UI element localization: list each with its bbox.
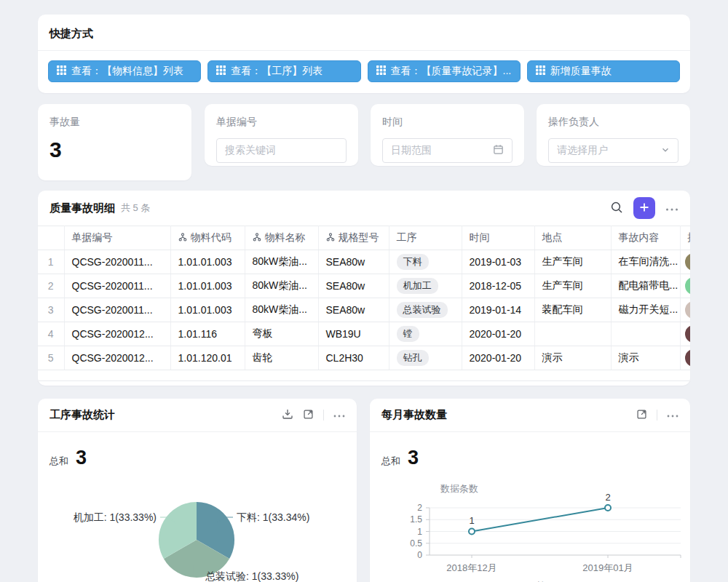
data-point-jan-2019[interactable]: [605, 505, 611, 511]
cell-doc-no: QCSG-2020011...: [64, 298, 170, 322]
line-card-title: 每月事故数量: [381, 408, 447, 422]
doc-no-search-input[interactable]: 搜索关键词: [216, 138, 347, 163]
cell-content: 演示: [611, 346, 680, 370]
cell-spec: WB19U: [318, 322, 389, 346]
shortcuts-card: 快捷方式 查看：【物料信息】列表 查看：【工序】列表 查看：【质量事故记录】..…: [38, 15, 690, 93]
cell-operator: [680, 322, 690, 346]
cell-operator: [680, 346, 690, 370]
export-button[interactable]: [282, 408, 293, 422]
table-empty-row: [38, 370, 690, 381]
col-rownum: [38, 226, 64, 250]
cell-spec: SEA80w: [318, 274, 389, 298]
pie-label-zongzhuang: 总装试验: 1(33.33%): [205, 570, 298, 582]
expand-button[interactable]: [636, 409, 647, 422]
table-row[interactable]: 2 QCSG-2020011... 1.01.01.003 80kW柴油... …: [38, 274, 690, 298]
add-quality-accident-button[interactable]: 新增质量事故: [527, 60, 680, 82]
cell-process: 钻孔: [389, 346, 462, 370]
col-spec-model[interactable]: 规格型号: [318, 226, 389, 250]
cell-spec: SEA80w: [318, 250, 389, 274]
cell-operator: [680, 250, 690, 274]
cell-operator: [680, 298, 690, 322]
operator-select[interactable]: 请选择用户: [548, 138, 678, 163]
cell-place: [534, 322, 611, 346]
table-row[interactable]: 4 QCSG-2020012... 1.01.116 弯板 WB19U 镗 20…: [38, 322, 690, 346]
pie-total-label: 总和: [50, 455, 68, 468]
col-material-name[interactable]: 物料名称: [245, 226, 318, 250]
expand-icon: [303, 409, 314, 422]
col-time[interactable]: 时间: [462, 226, 534, 250]
avatar: [685, 325, 691, 343]
add-record-button[interactable]: [633, 197, 655, 219]
x-tick-dec-2018: 2018年12月: [446, 562, 496, 573]
avatar: [685, 301, 691, 319]
process-pie-chart: 下料: 1(33.34%) 机加工: 1(33.33%) 总装试验: 1(33.…: [38, 471, 357, 582]
more-options-button[interactable]: [667, 410, 678, 420]
col-material-code[interactable]: 物料代码: [170, 226, 245, 250]
search-icon: [610, 201, 623, 216]
pie-total-value: 3: [76, 447, 87, 469]
process-tag: 镗: [397, 326, 419, 342]
y-tick-0: 0: [417, 550, 422, 560]
monthly-line-chart: 数据条数 2 1.5 1 0.5 0 1 2 2018年12月 2019年01月…: [370, 471, 690, 582]
view-quality-accident-records-button[interactable]: 查看：【质量事故记录】...: [368, 60, 521, 82]
cell-place: 演示: [534, 346, 611, 370]
data-point-dec-2018[interactable]: [469, 529, 475, 535]
expand-icon: [636, 409, 647, 422]
cell-place: 生产车间: [534, 250, 611, 274]
download-icon: [282, 408, 293, 422]
process-accident-stats-card: 工序事故统计 总和 3 下料: 1(33.34%) 机加工: 1(33.33%)…: [38, 399, 357, 582]
date-range-input[interactable]: 日期范围: [382, 138, 513, 163]
cell-process: 机加工: [389, 274, 462, 298]
search-button[interactable]: [610, 201, 623, 216]
avatar: [685, 277, 691, 295]
operator-label: 操作负责人: [548, 116, 678, 129]
grid-icon: [57, 65, 66, 77]
table-row-count: 共 5 条: [121, 202, 150, 215]
accident-count-label: 事故量: [50, 116, 180, 129]
col-place[interactable]: 地点: [534, 226, 611, 250]
cell-material-code: 1.01.01.003: [170, 274, 245, 298]
col-process[interactable]: 工序: [389, 226, 462, 250]
y-tick-0-5: 0.5: [410, 538, 422, 549]
table-title: 质量事故明细: [50, 202, 115, 215]
cell-material-name: 弯板: [245, 322, 318, 346]
cell-material-name: 齿轮: [245, 346, 318, 370]
time-label: 时间: [382, 116, 513, 129]
relation-icon: [178, 232, 187, 244]
quality-accident-table: 单据编号 物料代码 物料名称 规格型号 工序 时间 地点 事故内容 操作负责人 …: [38, 226, 690, 381]
y-tick-1: 1: [417, 527, 422, 537]
cell-time: 2018-12-05: [462, 274, 534, 298]
ellipsis-icon: [665, 203, 678, 214]
cell-time: 2019-01-03: [462, 250, 534, 274]
cell-content: [611, 322, 680, 346]
cell-doc-no: QCSG-2020012...: [64, 322, 170, 346]
relation-icon: [326, 232, 335, 244]
divider: [657, 410, 657, 420]
table-row[interactable]: 1 QCSG-2020011... 1.01.01.003 80kW柴油... …: [38, 250, 690, 274]
cell-material-code: 1.01.01.003: [170, 298, 245, 322]
calendar-icon: [493, 144, 504, 157]
cell-material-code: 1.01.116: [170, 322, 245, 346]
ellipsis-icon: [333, 410, 345, 420]
process-tag: 钻孔: [397, 350, 429, 366]
table-row[interactable]: 5 QCSG-2020012... 1.01.120.01 齿轮 CL2H30 …: [38, 346, 690, 370]
doc-no-placeholder: 搜索关键词: [225, 144, 338, 157]
col-operator[interactable]: 操作负责人: [680, 226, 690, 250]
expand-button[interactable]: [303, 409, 314, 422]
cell-time: 2020-01-20: [462, 322, 534, 346]
process-tag: 下料: [397, 254, 429, 270]
avatar: [685, 349, 691, 367]
pie-label-xialiao: 下料: 1(33.34%): [237, 511, 309, 523]
date-range-placeholder: 日期范围: [391, 144, 487, 157]
col-content[interactable]: 事故内容: [611, 226, 680, 250]
view-process-list-button[interactable]: 查看：【工序】列表: [207, 60, 360, 82]
doc-no-filter-card: 单据编号 搜索关键词: [205, 104, 358, 166]
doc-no-label: 单据编号: [216, 116, 347, 129]
table-row[interactable]: 3 QCSG-2020011... 1.01.01.003 80kW柴油... …: [38, 298, 690, 322]
more-options-button[interactable]: [665, 203, 678, 214]
table-header-row: 单据编号 物料代码 物料名称 规格型号 工序 时间 地点 事故内容 操作负责人: [38, 226, 690, 250]
view-material-list-button[interactable]: 查看：【物料信息】列表: [48, 60, 201, 82]
more-options-button[interactable]: [333, 410, 345, 420]
chevron-down-icon: [661, 145, 670, 156]
col-doc-no[interactable]: 单据编号: [64, 226, 170, 250]
